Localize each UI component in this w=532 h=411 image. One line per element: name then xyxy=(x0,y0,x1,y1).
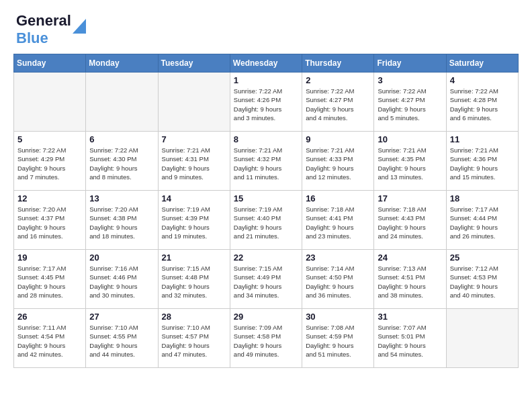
weekday-header-row: SundayMondayTuesdayWednesdayThursdayFrid… xyxy=(14,54,519,73)
day-number: 27 xyxy=(89,312,154,322)
day-number: 28 xyxy=(162,312,226,322)
weekday-header-wednesday: Wednesday xyxy=(230,54,302,73)
week-row-3: 12Sunrise: 7:20 AM Sunset: 4:37 PM Dayli… xyxy=(14,191,519,250)
calendar-cell xyxy=(86,73,158,132)
day-number: 8 xyxy=(234,134,298,144)
calendar-cell: 12Sunrise: 7:20 AM Sunset: 4:37 PM Dayli… xyxy=(14,191,86,250)
day-number: 29 xyxy=(234,312,298,322)
day-number: 13 xyxy=(89,193,154,203)
calendar-cell: 10Sunrise: 7:21 AM Sunset: 4:35 PM Dayli… xyxy=(374,132,446,191)
week-row-5: 26Sunrise: 7:11 AM Sunset: 4:54 PM Dayli… xyxy=(14,309,519,368)
day-info: Sunrise: 7:19 AM Sunset: 4:39 PM Dayligh… xyxy=(162,205,226,240)
day-number: 24 xyxy=(378,253,442,263)
day-number: 9 xyxy=(306,134,370,144)
day-number: 19 xyxy=(17,253,82,263)
day-info: Sunrise: 7:15 AM Sunset: 4:48 PM Dayligh… xyxy=(162,264,226,300)
day-info: Sunrise: 7:19 AM Sunset: 4:40 PM Dayligh… xyxy=(234,205,298,240)
day-info: Sunrise: 7:07 AM Sunset: 5:01 PM Dayligh… xyxy=(378,323,442,359)
day-info: Sunrise: 7:13 AM Sunset: 4:51 PM Dayligh… xyxy=(378,264,442,300)
calendar-cell: 17Sunrise: 7:18 AM Sunset: 4:43 PM Dayli… xyxy=(374,191,446,250)
calendar-cell: 11Sunrise: 7:21 AM Sunset: 4:36 PM Dayli… xyxy=(446,132,518,191)
day-info: Sunrise: 7:21 AM Sunset: 4:33 PM Dayligh… xyxy=(306,146,370,181)
calendar-cell: 26Sunrise: 7:11 AM Sunset: 4:54 PM Dayli… xyxy=(14,309,86,368)
week-row-1: 1Sunrise: 7:22 AM Sunset: 4:26 PM Daylig… xyxy=(14,73,519,132)
weekday-header-saturday: Saturday xyxy=(446,54,518,73)
calendar-cell: 8Sunrise: 7:21 AM Sunset: 4:32 PM Daylig… xyxy=(230,132,302,191)
page-container: General Blue SundayMondayTuesdayWednesda… xyxy=(0,0,532,375)
day-info: Sunrise: 7:12 AM Sunset: 4:53 PM Dayligh… xyxy=(450,264,515,300)
svg-marker-0 xyxy=(73,19,86,34)
week-row-4: 19Sunrise: 7:17 AM Sunset: 4:45 PM Dayli… xyxy=(14,250,519,309)
calendar-cell: 14Sunrise: 7:19 AM Sunset: 4:39 PM Dayli… xyxy=(158,191,230,250)
day-number: 22 xyxy=(234,253,298,263)
day-number: 6 xyxy=(89,134,154,144)
day-number: 10 xyxy=(378,134,442,144)
calendar-cell: 30Sunrise: 7:08 AM Sunset: 4:59 PM Dayli… xyxy=(302,309,374,368)
day-info: Sunrise: 7:22 AM Sunset: 4:26 PM Dayligh… xyxy=(234,87,298,122)
day-info: Sunrise: 7:18 AM Sunset: 4:41 PM Dayligh… xyxy=(306,205,370,240)
calendar-wrap: SundayMondayTuesdayWednesdayThursdayFrid… xyxy=(0,54,532,375)
day-number: 23 xyxy=(306,253,370,263)
day-info: Sunrise: 7:10 AM Sunset: 4:57 PM Dayligh… xyxy=(162,323,226,359)
day-number: 14 xyxy=(162,193,226,203)
day-number: 15 xyxy=(234,193,298,203)
calendar-table: SundayMondayTuesdayWednesdayThursdayFrid… xyxy=(13,54,519,368)
calendar-cell: 16Sunrise: 7:18 AM Sunset: 4:41 PM Dayli… xyxy=(302,191,374,250)
calendar-cell: 21Sunrise: 7:15 AM Sunset: 4:48 PM Dayli… xyxy=(158,250,230,309)
calendar-cell: 15Sunrise: 7:19 AM Sunset: 4:40 PM Dayli… xyxy=(230,191,302,250)
day-number: 3 xyxy=(378,75,442,85)
day-info: Sunrise: 7:17 AM Sunset: 4:44 PM Dayligh… xyxy=(450,205,515,240)
calendar-cell: 25Sunrise: 7:12 AM Sunset: 4:53 PM Dayli… xyxy=(446,250,518,309)
day-number: 21 xyxy=(162,253,226,263)
day-number: 16 xyxy=(306,193,370,203)
day-info: Sunrise: 7:09 AM Sunset: 4:58 PM Dayligh… xyxy=(234,323,298,359)
calendar-cell: 2Sunrise: 7:22 AM Sunset: 4:27 PM Daylig… xyxy=(302,73,374,132)
day-info: Sunrise: 7:15 AM Sunset: 4:49 PM Dayligh… xyxy=(234,264,298,300)
calendar-cell: 18Sunrise: 7:17 AM Sunset: 4:44 PM Dayli… xyxy=(446,191,518,250)
logo: General Blue xyxy=(16,12,86,47)
weekday-header-thursday: Thursday xyxy=(302,54,374,73)
day-info: Sunrise: 7:21 AM Sunset: 4:35 PM Dayligh… xyxy=(378,146,442,181)
day-number: 5 xyxy=(17,134,82,144)
calendar-cell: 29Sunrise: 7:09 AM Sunset: 4:58 PM Dayli… xyxy=(230,309,302,368)
day-info: Sunrise: 7:08 AM Sunset: 4:59 PM Dayligh… xyxy=(306,323,370,359)
week-row-2: 5Sunrise: 7:22 AM Sunset: 4:29 PM Daylig… xyxy=(14,132,519,191)
calendar-cell: 7Sunrise: 7:21 AM Sunset: 4:31 PM Daylig… xyxy=(158,132,230,191)
day-number: 30 xyxy=(306,312,370,322)
day-number: 18 xyxy=(450,193,515,203)
logo-text: General Blue xyxy=(16,12,71,46)
day-number: 11 xyxy=(450,134,515,144)
calendar-cell: 1Sunrise: 7:22 AM Sunset: 4:26 PM Daylig… xyxy=(230,73,302,132)
calendar-cell: 28Sunrise: 7:10 AM Sunset: 4:57 PM Dayli… xyxy=(158,309,230,368)
day-info: Sunrise: 7:22 AM Sunset: 4:29 PM Dayligh… xyxy=(17,146,82,181)
day-info: Sunrise: 7:21 AM Sunset: 4:32 PM Dayligh… xyxy=(234,146,298,181)
day-info: Sunrise: 7:10 AM Sunset: 4:55 PM Dayligh… xyxy=(89,323,154,359)
day-number: 26 xyxy=(17,312,82,322)
day-info: Sunrise: 7:22 AM Sunset: 4:27 PM Dayligh… xyxy=(306,87,370,122)
day-number: 2 xyxy=(306,75,370,85)
weekday-header-monday: Monday xyxy=(86,54,158,73)
day-number: 17 xyxy=(378,193,442,203)
day-info: Sunrise: 7:16 AM Sunset: 4:46 PM Dayligh… xyxy=(89,264,154,300)
calendar-cell: 6Sunrise: 7:22 AM Sunset: 4:30 PM Daylig… xyxy=(86,132,158,191)
calendar-cell: 4Sunrise: 7:22 AM Sunset: 4:28 PM Daylig… xyxy=(446,73,518,132)
day-info: Sunrise: 7:22 AM Sunset: 4:28 PM Dayligh… xyxy=(450,87,515,122)
day-info: Sunrise: 7:14 AM Sunset: 4:50 PM Dayligh… xyxy=(306,264,370,300)
day-info: Sunrise: 7:21 AM Sunset: 4:36 PM Dayligh… xyxy=(450,146,515,181)
logo-icon xyxy=(73,19,86,34)
calendar-cell: 9Sunrise: 7:21 AM Sunset: 4:33 PM Daylig… xyxy=(302,132,374,191)
day-number: 7 xyxy=(162,134,226,144)
calendar-cell: 5Sunrise: 7:22 AM Sunset: 4:29 PM Daylig… xyxy=(14,132,86,191)
weekday-header-sunday: Sunday xyxy=(14,54,86,73)
day-info: Sunrise: 7:22 AM Sunset: 4:30 PM Dayligh… xyxy=(89,146,154,181)
calendar-cell xyxy=(158,73,230,132)
weekday-header-tuesday: Tuesday xyxy=(158,54,230,73)
calendar-cell: 31Sunrise: 7:07 AM Sunset: 5:01 PM Dayli… xyxy=(374,309,446,368)
calendar-cell: 22Sunrise: 7:15 AM Sunset: 4:49 PM Dayli… xyxy=(230,250,302,309)
calendar-cell xyxy=(446,309,518,368)
calendar-cell: 20Sunrise: 7:16 AM Sunset: 4:46 PM Dayli… xyxy=(86,250,158,309)
calendar-cell: 3Sunrise: 7:22 AM Sunset: 4:27 PM Daylig… xyxy=(374,73,446,132)
weekday-header-friday: Friday xyxy=(374,54,446,73)
day-number: 20 xyxy=(89,253,154,263)
day-info: Sunrise: 7:17 AM Sunset: 4:45 PM Dayligh… xyxy=(17,264,82,300)
